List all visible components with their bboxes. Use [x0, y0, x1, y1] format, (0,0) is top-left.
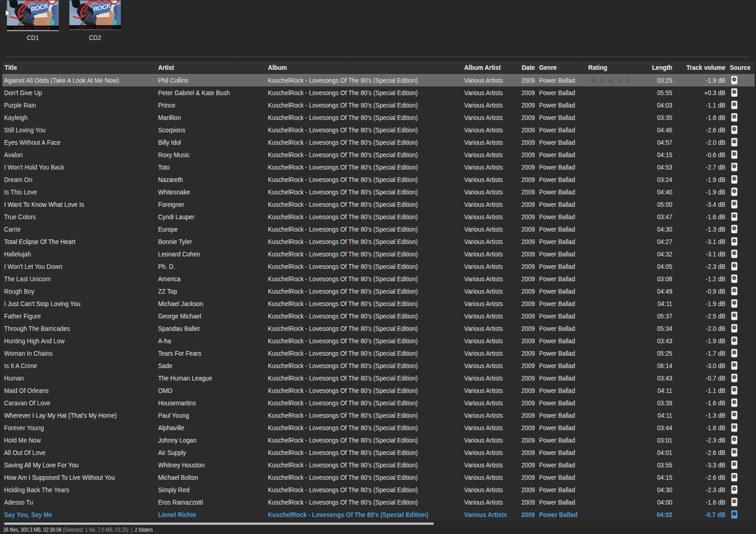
svg-text:SPECIAL EDITION: SPECIAL EDITION	[15, 27, 51, 29]
svg-text:SPECIAL EDITION: SPECIAL EDITION	[77, 26, 114, 29]
